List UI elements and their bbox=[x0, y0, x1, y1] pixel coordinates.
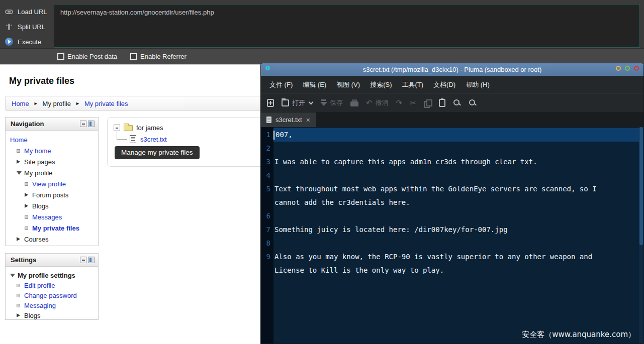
cut-button[interactable]: ✂ bbox=[410, 98, 416, 107]
open-icon bbox=[282, 99, 289, 106]
execute-button[interactable]: Execute bbox=[5, 34, 47, 49]
split-icon bbox=[8, 24, 10, 30]
load-url-label: Load URL bbox=[18, 8, 47, 16]
square-bullet-icon bbox=[17, 294, 24, 297]
menu-help[interactable]: 帮助 (H) bbox=[461, 80, 495, 89]
manage-files-tooltip: Manage my private files bbox=[115, 146, 200, 159]
nav-item-home[interactable]: Home bbox=[6, 134, 98, 145]
post-data-checkbox[interactable] bbox=[57, 53, 64, 60]
settings-item-my-profile-settings[interactable]: My profile settings bbox=[6, 270, 98, 280]
maximize-button[interactable] bbox=[625, 66, 630, 71]
menu-tools[interactable]: 工具(T) bbox=[397, 80, 428, 89]
text-file-icon bbox=[130, 135, 136, 143]
editor-scrollbar[interactable] bbox=[639, 127, 643, 343]
file-link[interactable]: s3cret.txt bbox=[140, 136, 167, 143]
scrollbar-thumb[interactable] bbox=[639, 127, 643, 245]
link-icon bbox=[5, 10, 13, 14]
collapse-block-icon[interactable] bbox=[80, 121, 86, 127]
navigation-title: Navigation bbox=[11, 120, 44, 128]
close-tab-icon[interactable]: × bbox=[306, 117, 310, 124]
url-input[interactable]: http://severnaya-station.com/gnocertdir/… bbox=[54, 4, 640, 48]
nav-item-my-home[interactable]: My home bbox=[6, 145, 98, 156]
settings-block: Settings My profile settings Edit profil… bbox=[5, 253, 99, 320]
split-url-label: Split URL bbox=[18, 23, 45, 31]
collapsed-triangle-icon[interactable] bbox=[17, 313, 24, 317]
undo-button[interactable]: ↶ 撤消 bbox=[366, 98, 389, 107]
document-icon bbox=[266, 117, 271, 123]
play-icon bbox=[5, 38, 13, 46]
chevron-down-icon[interactable] bbox=[309, 100, 314, 105]
pluma-window: s3cret.txt (/tmp/mozilla_d3ckx10) - Plum… bbox=[260, 63, 644, 344]
settings-item-edit-profile[interactable]: Edit profile bbox=[6, 280, 98, 290]
execute-label: Execute bbox=[18, 38, 41, 46]
folder-row[interactable]: for james bbox=[114, 124, 163, 132]
expanded-triangle-icon[interactable] bbox=[10, 274, 18, 277]
menu-edit[interactable]: 编辑 (E) bbox=[298, 80, 331, 89]
nav-item-blogs[interactable]: Blogs bbox=[6, 200, 98, 211]
watermark-text: 安全客（www.anquanke.com） bbox=[522, 330, 635, 339]
nav-item-view-profile[interactable]: View profile bbox=[6, 178, 98, 189]
pluma-titlebar[interactable]: s3cret.txt (/tmp/mozilla_d3ckx10) - Plum… bbox=[261, 63, 643, 76]
nav-item-messages[interactable]: Messages bbox=[6, 211, 98, 222]
editor-rows: 1 007, 2 3I was able to capture this app… bbox=[261, 128, 639, 277]
menu-search[interactable]: 搜索(S) bbox=[365, 80, 397, 89]
menu-file[interactable]: 文件 (F) bbox=[264, 80, 298, 89]
save-button[interactable]: 保存 bbox=[320, 98, 343, 107]
block-tools bbox=[80, 257, 95, 263]
enable-referrer-option[interactable]: Enable Referrer bbox=[130, 53, 187, 60]
redo-button[interactable]: ↷ bbox=[396, 98, 403, 107]
navigation-list: Home My home Site pages My profile View … bbox=[6, 131, 98, 245]
settings-block-header: Settings bbox=[6, 254, 98, 267]
file-row[interactable]: s3cret.txt bbox=[130, 135, 167, 143]
minimize-button[interactable] bbox=[616, 66, 621, 71]
new-document-button[interactable] bbox=[267, 99, 274, 107]
print-icon bbox=[350, 101, 358, 106]
collapsed-triangle-icon[interactable] bbox=[25, 193, 32, 197]
collapsed-triangle-icon[interactable] bbox=[17, 237, 24, 241]
settings-title: Settings bbox=[11, 256, 36, 264]
menu-view[interactable]: 视图 (V) bbox=[331, 80, 365, 89]
dock-block-icon[interactable] bbox=[88, 121, 95, 127]
breadcrumb-home-link[interactable]: Home bbox=[12, 100, 29, 107]
load-url-button[interactable]: Load URL bbox=[5, 4, 47, 19]
close-button[interactable] bbox=[634, 66, 639, 71]
pluma-toolbar: 打开 保存 ↶ 撤消 ↷ ✂ bbox=[261, 93, 643, 112]
breadcrumb-separator-icon: ► bbox=[75, 101, 80, 106]
settings-item-change-password[interactable]: Change password bbox=[6, 290, 98, 300]
window-title: s3cret.txt (/tmp/mozilla_d3ckx10) - Plum… bbox=[363, 66, 541, 73]
editor-line-wrap: cannot add the cr3dentials here. bbox=[261, 196, 639, 209]
collapse-folder-icon[interactable] bbox=[114, 125, 120, 131]
settings-item-messaging[interactable]: Messaging bbox=[6, 300, 98, 310]
tab-label: s3cret.txt bbox=[275, 116, 302, 124]
text-editor-area[interactable]: 1 007, 2 3I was able to capture this app… bbox=[261, 127, 643, 343]
expanded-triangle-icon[interactable] bbox=[17, 171, 24, 175]
nav-item-forum-posts[interactable]: Forum posts bbox=[6, 189, 98, 200]
collapsed-triangle-icon[interactable] bbox=[17, 160, 24, 164]
split-url-button[interactable]: Split URL bbox=[5, 19, 47, 34]
paste-button[interactable] bbox=[439, 99, 445, 107]
open-button[interactable]: 打开 bbox=[282, 98, 313, 107]
editor-line-wrap: License to Kill is the only way to play. bbox=[261, 264, 639, 277]
print-button[interactable] bbox=[350, 99, 358, 106]
find-replace-button[interactable] bbox=[469, 99, 477, 107]
nav-item-my-profile[interactable]: My profile bbox=[6, 167, 98, 178]
enable-post-data-option[interactable]: Enable Post data bbox=[57, 53, 117, 60]
breadcrumb-my-private-files-link[interactable]: My private files bbox=[84, 100, 128, 107]
editor-line: 1 007, bbox=[261, 128, 639, 142]
settings-item-blogs[interactable]: Blogs bbox=[6, 310, 98, 320]
nav-item-courses[interactable]: Courses bbox=[6, 234, 98, 245]
copy-button[interactable] bbox=[424, 99, 431, 107]
menu-documents[interactable]: 文档(D) bbox=[428, 80, 461, 89]
square-bullet-icon bbox=[17, 149, 24, 153]
editor-line: 8 bbox=[261, 237, 639, 250]
nav-item-my-private-files[interactable]: My private files bbox=[6, 222, 98, 234]
find-button[interactable] bbox=[453, 99, 461, 107]
post-data-label: Enable Post data bbox=[67, 53, 117, 60]
redo-icon: ↷ bbox=[396, 98, 403, 107]
dock-block-icon[interactable] bbox=[88, 257, 95, 263]
collapse-block-icon[interactable] bbox=[80, 257, 86, 263]
tab-s3cret-txt[interactable]: s3cret.txt × bbox=[261, 112, 316, 127]
referrer-checkbox[interactable] bbox=[130, 53, 137, 60]
collapsed-triangle-icon[interactable] bbox=[25, 204, 32, 208]
nav-item-site-pages[interactable]: Site pages bbox=[6, 156, 98, 167]
